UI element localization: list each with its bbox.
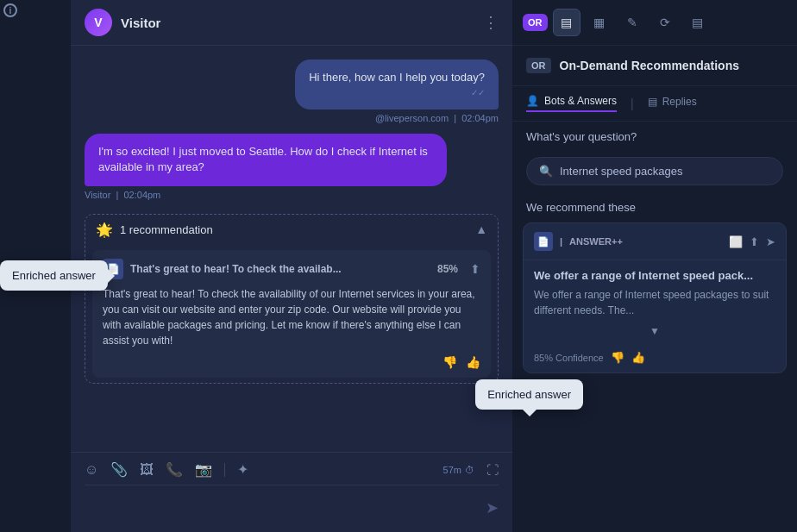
panel-rec-header: 📄 | ANSWER++ ⬜ ⬆ ➤ [524, 223, 786, 260]
top-nav: OR ▤ ▦ ✎ ⟳ ▤ [512, 0, 797, 46]
tab-replies[interactable]: ▤ Replies [648, 96, 697, 111]
bubble-right: Hi there, how can I help you today? ✓✓ [295, 59, 499, 110]
chat-messages: Hi there, how can I help you today? ✓✓ @… [71, 46, 512, 452]
rec-body: That's great to hear! To check the avail… [103, 286, 480, 348]
panel-thumbup-icon[interactable]: 👍 [631, 351, 645, 364]
nav-icon-transcript[interactable]: ▤ [553, 9, 580, 36]
avatar: V [85, 9, 112, 36]
rec-confidence: 85% [437, 263, 458, 275]
chat-header: V Visitor ⋮ [71, 0, 512, 46]
confidence-pct: 85% Confidence [534, 353, 604, 363]
expand-icon[interactable]: ⛶ [486, 463, 499, 477]
panel-title: On-Demand Recommendations [560, 59, 739, 72]
recommendation-card: 🌟 1 recommendation ▲ 📄 That's great to h… [85, 214, 499, 384]
panel-thumbdown-icon[interactable]: 👎 [611, 351, 624, 364]
input-toolbar: ☺ 📎 🖼 📞 📷 ✦ 57m ⏱ ⛶ [85, 461, 499, 485]
bubble-checkmark: ✓✓ [309, 87, 485, 99]
search-icon: 🔍 [539, 165, 553, 178]
nav-icon-list[interactable]: ▤ [684, 9, 712, 36]
nav-icon-edit[interactable]: ✎ [618, 9, 646, 36]
header-menu-icon[interactable]: ⋮ [483, 13, 499, 32]
tab-bots-answers[interactable]: 👤 Bots & Answers [526, 95, 617, 112]
rec-actions: 👎 👍 [103, 355, 480, 369]
chat-title: Visitor [121, 16, 474, 30]
nav-icon-grid[interactable]: ▦ [586, 9, 613, 36]
right-panel: OR ▤ ▦ ✎ ⟳ ▤ OR On-Demand Recommendation… [512, 0, 797, 532]
panel-rec-actions: ⬜ ⬆ ➤ [729, 235, 775, 248]
info-icon: i [3, 3, 17, 17]
video-icon[interactable]: 📷 [195, 461, 212, 478]
panel-rec-badge: | [560, 236, 562, 247]
rec-send-icon[interactable]: ⬆ [470, 262, 480, 276]
nav-icon-history[interactable]: ⟳ [651, 9, 679, 36]
panel-copy-icon[interactable]: ⬜ [729, 235, 743, 248]
chat-text-input[interactable] [85, 492, 479, 523]
panel-send-icon[interactable]: ➤ [766, 235, 775, 248]
message-bubble-right: Hi there, how can I help you today? ✓✓ @… [295, 59, 499, 123]
enriched-tooltip-right: Enriched answer [475, 379, 583, 410]
panel-rec-expand[interactable]: ▼ [534, 325, 775, 337]
attach-icon[interactable]: 📎 [110, 461, 128, 478]
panel-rec-icon: 📄 [534, 232, 553, 251]
panel-tabs: 👤 Bots & Answers | ▤ Replies [512, 86, 797, 122]
panel-rec-body: We offer a range of Internet speed pack.… [524, 260, 786, 346]
message-meta-left: Visitor | 02:04pm [85, 190, 447, 200]
panel-rec-badge-label: ANSWER++ [569, 236, 623, 247]
or-badge[interactable]: OR [523, 14, 548, 31]
emoji-icon[interactable]: ☺ [85, 462, 98, 478]
panel-badge: OR [526, 58, 551, 73]
thumbdown-icon[interactable]: 👎 [442, 355, 457, 369]
image-icon[interactable]: 🖼 [140, 462, 154, 478]
magic-icon[interactable]: ✦ [237, 461, 248, 478]
bubble-left: I'm so excited! I just moved to Seattle.… [85, 134, 447, 185]
search-text[interactable]: Internet speed packages [560, 165, 682, 178]
tab-replies-icon: ▤ [648, 96, 657, 108]
panel-rec-text: We offer a range of Internet speed packa… [534, 287, 775, 318]
enriched-tooltip-left: Enriched answer [0, 260, 108, 291]
panel-search: 🔍 Internet speed packages [512, 147, 797, 196]
panel-rec-title: We offer a range of Internet speed pack.… [534, 269, 775, 282]
rec-header: 🌟 1 recommendation ▲ [85, 215, 498, 245]
search-box[interactable]: 🔍 Internet speed packages [526, 157, 783, 185]
question-label: What's your question? [512, 122, 797, 147]
thumbup-icon[interactable]: 👍 [466, 355, 480, 369]
panel-rec-footer: 85% Confidence 👎 👍 [524, 346, 786, 372]
collapse-icon[interactable]: ▲ [475, 222, 487, 236]
toolbar-divider [224, 463, 225, 477]
clock-icon: ⏱ [465, 465, 474, 475]
sun-icon: 🌟 [96, 222, 113, 238]
tab-bots-icon: 👤 [526, 95, 539, 107]
panel-header: OR On-Demand Recommendations [512, 46, 797, 86]
input-row: ➤ [85, 492, 499, 523]
send-button[interactable]: ➤ [486, 498, 499, 517]
phone-icon[interactable]: 📞 [166, 461, 183, 478]
recommend-label: We recommend these [512, 196, 797, 222]
panel-rec-card: 📄 | ANSWER++ ⬜ ⬆ ➤ We offer a range of I… [523, 222, 787, 373]
chat-input-area: ☺ 📎 🖼 📞 📷 ✦ 57m ⏱ ⛶ ➤ [71, 452, 512, 532]
rec-item-title: That's great to hear! To check the avail… [130, 263, 430, 275]
timer-info: 57m ⏱ [443, 465, 474, 475]
panel-send-up-icon[interactable]: ⬆ [750, 235, 759, 248]
rec-count-label: 1 recommendation [120, 223, 213, 236]
rec-item: 📄 That's great to hear! To check the ava… [92, 250, 491, 378]
tab-divider: | [631, 97, 634, 110]
message-bubble-left: I'm so excited! I just moved to Seattle.… [85, 134, 447, 199]
message-meta-right: @liveperson.com | 02:04pm [295, 113, 499, 123]
